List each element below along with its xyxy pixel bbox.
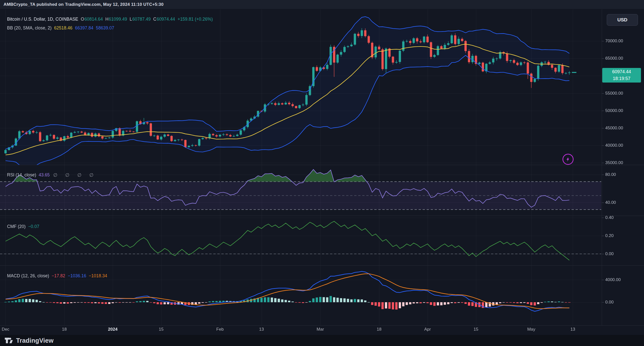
axis-label: 0.40 bbox=[605, 214, 643, 221]
axis-label: 40000.00 bbox=[605, 142, 643, 149]
rsi-legend: RSI (14, close) 43.65 ∅ ∅ ∅ ∅ bbox=[7, 172, 97, 178]
publish-info-text: AMBCrypto_TA published on TradingView.co… bbox=[4, 2, 164, 7]
time-axis-label: 13 bbox=[250, 327, 273, 332]
time-axis-label: 18 bbox=[368, 327, 390, 332]
bb-lower-value: 58639.07 bbox=[96, 25, 114, 31]
cmf-label: CMF (20) bbox=[7, 224, 26, 229]
axis-label: 0.20 bbox=[605, 233, 643, 239]
currency-toggle-button[interactable]: USD bbox=[607, 14, 638, 26]
tradingview-logo-link[interactable]: TradingView bbox=[5, 337, 54, 344]
axis-label: 35000.00 bbox=[605, 160, 643, 166]
last-price-badge: 60974.44 18:19:57 bbox=[602, 68, 641, 83]
bb-basis-value: 62518.46 bbox=[54, 25, 72, 31]
macd-legend: MACD (12, 26, close) −17.82 −1036.16 −10… bbox=[7, 273, 107, 279]
time-axis-label: Feb bbox=[209, 327, 231, 332]
time-axis-label: Mar bbox=[309, 327, 332, 332]
axis-label: 0.00 bbox=[605, 251, 643, 257]
bb-legend: BB (20, SMA, close, 2) 62518.46 66397.84… bbox=[7, 25, 114, 31]
time-axis-label: Dec bbox=[0, 327, 17, 332]
lightning-icon bbox=[565, 157, 571, 162]
last-price-value: 60974.44 bbox=[602, 68, 641, 75]
ohlc-close: C60974.44 bbox=[153, 17, 175, 22]
time-axis-label: 13 bbox=[561, 327, 584, 332]
axis-label: 40.00 bbox=[605, 199, 643, 206]
header-bar: AMBCrypto_TA published on TradingView.co… bbox=[0, 0, 644, 9]
published-chart-page: AMBCrypto_TA published on TradingView.co… bbox=[0, 0, 644, 346]
bar-countdown: 18:19:57 bbox=[602, 75, 641, 82]
footer-bar: TradingView bbox=[0, 335, 644, 346]
axis-label: 50000.00 bbox=[605, 107, 643, 114]
cmf-value: −0.07 bbox=[28, 224, 39, 229]
ohlc-low: L60787.49 bbox=[130, 17, 151, 22]
axis-label: 70000.00 bbox=[605, 38, 643, 44]
macd-signal-value: −1018.34 bbox=[89, 273, 107, 279]
macd-line-value: −1036.16 bbox=[68, 273, 86, 279]
tradingview-brand-text: TradingView bbox=[16, 337, 54, 344]
time-axis-label: Apr bbox=[416, 327, 439, 332]
axis-label: 55000.00 bbox=[605, 90, 643, 97]
rsi-value: 43.65 bbox=[39, 172, 50, 178]
bb-upper-value: 66397.84 bbox=[75, 25, 93, 31]
axis-label: 65000.00 bbox=[605, 55, 643, 62]
rsi-empty-slots: ∅ ∅ ∅ ∅ bbox=[53, 172, 97, 178]
macd-label: MACD (12, 26, close) bbox=[7, 273, 49, 279]
tradingview-logo-icon bbox=[5, 337, 14, 344]
rsi-label: RSI (14, close) bbox=[7, 172, 36, 178]
axis-label: 0.00 bbox=[605, 299, 643, 305]
ohlc-high: H61099.49 bbox=[105, 17, 127, 22]
macd-histogram-value: −17.82 bbox=[52, 273, 65, 279]
symbol-title: Bitcoin / U.S. Dollar, 1D, COINBASE bbox=[7, 17, 78, 22]
symbol-legend: Bitcoin / U.S. Dollar, 1D, COINBASE O608… bbox=[7, 17, 213, 22]
cmf-legend: CMF (20) −0.07 bbox=[7, 224, 39, 229]
quick-trade-button[interactable] bbox=[562, 154, 574, 165]
axis-label: 4000.00 bbox=[605, 277, 643, 283]
time-axis-label: 15 bbox=[150, 327, 173, 332]
time-axis-label: May bbox=[520, 327, 543, 332]
axis-label: 45000.00 bbox=[605, 125, 643, 131]
ohlc-open: O60814.64 bbox=[81, 17, 103, 22]
axis-label: 80.00 bbox=[605, 171, 643, 178]
time-axis-label: 15 bbox=[465, 327, 487, 332]
price-change: +159.81 (+0.26%) bbox=[178, 17, 213, 22]
time-axis-label: 2024 bbox=[101, 327, 124, 332]
bb-label: BB (20, SMA, close, 2) bbox=[7, 25, 52, 31]
time-axis-label: 18 bbox=[53, 327, 76, 332]
